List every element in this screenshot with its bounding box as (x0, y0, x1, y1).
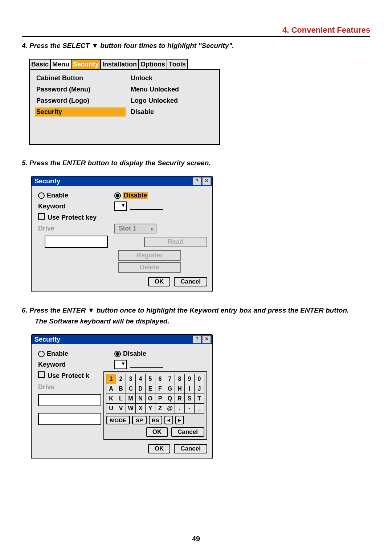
keyword-dropdown-2[interactable] (114, 360, 127, 369)
tab-installation[interactable]: Installation (100, 59, 139, 69)
osk-cancel-button[interactable]: Cancel (171, 427, 204, 437)
step-6: 6. Press the ENTER ▼ button once to high… (22, 305, 370, 326)
pk-list-3 (38, 413, 101, 425)
key-3[interactable]: 3 (126, 374, 136, 384)
key-dash[interactable]: - (184, 403, 195, 414)
radio-disable[interactable]: Disable (114, 192, 148, 199)
key-5[interactable]: 5 (145, 374, 155, 384)
val-disable: Disable (129, 107, 180, 117)
key-o[interactable]: O (145, 394, 155, 404)
radio-enable[interactable]: Enable (38, 192, 114, 199)
key-p[interactable]: P (155, 394, 165, 404)
key-b[interactable]: B (116, 384, 126, 394)
step6-line2: The Software keyboard will be displayed. (35, 316, 370, 326)
key-y[interactable]: Y (145, 403, 155, 414)
key-a[interactable]: A (106, 384, 116, 394)
radio-enable-2[interactable]: Enable (38, 350, 114, 358)
key-bs[interactable]: BS (149, 416, 162, 424)
key-j[interactable]: J (194, 384, 204, 394)
val-menu-unlocked: Menu Unlocked (129, 85, 180, 94)
keyword-dropdown[interactable] (114, 201, 127, 211)
read-button[interactable]: Read (144, 237, 207, 247)
val-logo-unlocked: Logo Unlocked (129, 96, 180, 105)
key-left[interactable]: ◂ (164, 416, 173, 424)
cancel-button[interactable]: Cancel (174, 277, 207, 286)
key-4[interactable]: 4 (135, 374, 146, 384)
key-m[interactable]: M (126, 394, 136, 404)
key-7[interactable]: 7 (165, 374, 175, 384)
key-right[interactable]: ▸ (175, 416, 184, 424)
help-icon-2[interactable]: ? (193, 335, 201, 343)
key-q[interactable]: Q (165, 394, 175, 404)
chapter-title: 4. Convenient Features (22, 25, 370, 35)
ok-button[interactable]: OK (148, 277, 171, 286)
close-icon-2[interactable]: ✕ (202, 335, 211, 343)
tab-tools[interactable]: Tools (167, 59, 188, 69)
key-i[interactable]: I (184, 384, 195, 394)
key-e[interactable]: E (145, 384, 155, 394)
divider (22, 36, 370, 37)
row-password-menu[interactable]: Password (Menu) (35, 85, 126, 94)
key-l[interactable]: L (116, 394, 126, 404)
chevron-right-icon: ▸ (151, 226, 154, 232)
key-6[interactable]: 6 (155, 374, 165, 384)
key-n[interactable]: N (135, 394, 146, 404)
software-keyboard: 1 2 3 4 5 6 7 8 9 0 A B C (103, 371, 207, 440)
key-t[interactable]: T (194, 394, 204, 404)
security-dialog-2: Security ? ✕ Enable Disable Keyword Use … (31, 334, 213, 459)
register-button[interactable]: Register (118, 250, 181, 261)
key-u[interactable]: U (106, 403, 116, 414)
key-h[interactable]: H (175, 384, 185, 394)
key-g[interactable]: G (165, 384, 175, 394)
keyword-input-2[interactable] (130, 361, 163, 368)
osk-ok-button[interactable]: OK (146, 427, 168, 437)
key-1[interactable]: 1 (106, 374, 116, 384)
tab-security[interactable]: Security (71, 59, 101, 69)
key-c[interactable]: C (126, 384, 136, 394)
key-v[interactable]: V (116, 403, 126, 414)
pk-list-2 (38, 394, 101, 406)
tab-basic[interactable]: Basic (29, 59, 51, 69)
tab-menu[interactable]: Menu (50, 59, 72, 69)
use-protect-key-checkbox-2[interactable]: Use Protect k (38, 371, 101, 380)
step-5: 5. Press the ENTER button to display the… (22, 158, 370, 168)
key-8[interactable]: 8 (175, 374, 185, 384)
key-f[interactable]: F (155, 384, 165, 394)
row-cabinet-button[interactable]: Cabinet Button (35, 74, 126, 83)
pk-list (45, 236, 108, 248)
triangle-down-icon: ▼ (91, 42, 98, 49)
key-r[interactable]: R (175, 394, 185, 404)
close-icon[interactable]: ✕ (202, 177, 211, 185)
dlg2-ok-button[interactable]: OK (148, 444, 171, 453)
key-mode[interactable]: MODE (106, 416, 130, 424)
key-0[interactable]: 0 (194, 374, 204, 384)
key-x[interactable]: X (135, 403, 146, 414)
dlg2-cancel-button[interactable]: Cancel (174, 444, 207, 453)
delete-button[interactable]: Delete (118, 262, 181, 273)
tab-options[interactable]: Options (138, 59, 167, 69)
key-dot[interactable]: . (175, 403, 185, 414)
key-z[interactable]: Z (155, 403, 165, 414)
drive-slot-selector[interactable]: Slot 1▸ (114, 224, 156, 233)
use-protect-key-checkbox[interactable]: Use Protect key (38, 213, 97, 221)
drive-label: Drive (38, 225, 114, 232)
key-9[interactable]: 9 (184, 374, 195, 384)
keyword-label: Keyword (38, 203, 114, 210)
step4-pre: 4. Press the SELECT (22, 42, 91, 49)
page-number: 49 (0, 535, 392, 543)
dialog-title: Security (34, 178, 60, 185)
row-security[interactable]: Security (35, 107, 126, 117)
key-w[interactable]: W (126, 403, 136, 414)
help-icon[interactable]: ? (193, 177, 201, 185)
radio-disable-2[interactable]: Disable (114, 350, 146, 358)
keyword-input[interactable] (130, 203, 163, 210)
enable-label: Enable (47, 192, 68, 199)
key-sp[interactable]: SP (132, 416, 147, 424)
key-k[interactable]: K (106, 394, 116, 404)
row-password-logo[interactable]: Password (Logo) (35, 96, 126, 105)
key-at[interactable]: @ (165, 403, 175, 414)
key-underscore[interactable]: _ (194, 403, 204, 414)
key-d[interactable]: D (135, 384, 146, 394)
key-s[interactable]: S (184, 394, 195, 404)
key-2[interactable]: 2 (116, 374, 126, 384)
